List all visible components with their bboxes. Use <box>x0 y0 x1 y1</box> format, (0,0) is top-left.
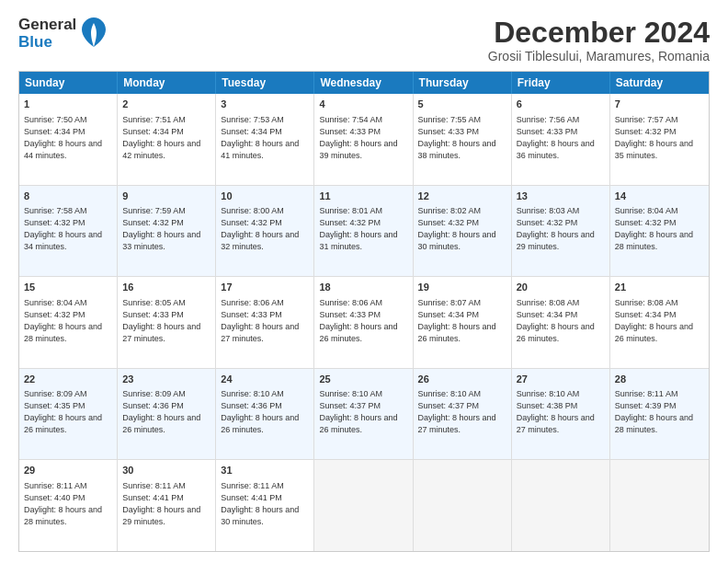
day-number-24: 24 <box>221 373 309 386</box>
day-info-21: Sunrise: 8:08 AMSunset: 4:34 PMDaylight:… <box>615 297 704 345</box>
day-number-8: 8 <box>24 190 112 203</box>
cal-cell-7: 7Sunrise: 7:57 AMSunset: 4:32 PMDaylight… <box>610 94 709 185</box>
logo-blue-text: Blue <box>18 34 76 52</box>
cal-cell-10: 10Sunrise: 8:00 AMSunset: 4:32 PMDayligh… <box>216 186 314 277</box>
header-sunday: Sunday <box>19 72 118 94</box>
day-info-13: Sunrise: 8:03 AMSunset: 4:32 PMDaylight:… <box>517 205 605 253</box>
cal-row-3: 15Sunrise: 8:04 AMSunset: 4:32 PMDayligh… <box>19 276 709 368</box>
cal-cell-18: 18Sunrise: 8:06 AMSunset: 4:33 PMDayligh… <box>314 277 413 368</box>
cal-cell-20: 20Sunrise: 8:08 AMSunset: 4:34 PMDayligh… <box>512 277 610 368</box>
day-info-22: Sunrise: 8:09 AMSunset: 4:35 PMDaylight:… <box>24 388 112 436</box>
cal-cell-16: 16Sunrise: 8:05 AMSunset: 4:33 PMDayligh… <box>118 277 216 368</box>
day-info-16: Sunrise: 8:05 AMSunset: 4:33 PMDaylight:… <box>122 297 210 345</box>
day-info-8: Sunrise: 7:58 AMSunset: 4:32 PMDaylight:… <box>24 205 112 253</box>
cal-cell-29: 29Sunrise: 8:11 AMSunset: 4:40 PMDayligh… <box>19 460 118 551</box>
day-info-17: Sunrise: 8:06 AMSunset: 4:33 PMDaylight:… <box>221 297 309 345</box>
day-info-30: Sunrise: 8:11 AMSunset: 4:41 PMDaylight:… <box>122 480 210 528</box>
day-number-25: 25 <box>319 373 407 386</box>
day-number-20: 20 <box>517 281 605 294</box>
cal-cell-4: 4Sunrise: 7:54 AMSunset: 4:33 PMDaylight… <box>314 94 413 185</box>
cal-cell-31: 31Sunrise: 8:11 AMSunset: 4:41 PMDayligh… <box>216 460 314 551</box>
header-friday: Friday <box>512 72 610 94</box>
cal-cell-17: 17Sunrise: 8:06 AMSunset: 4:33 PMDayligh… <box>216 277 314 368</box>
day-info-10: Sunrise: 8:00 AMSunset: 4:32 PMDaylight:… <box>221 205 309 253</box>
cal-cell-21: 21Sunrise: 8:08 AMSunset: 4:34 PMDayligh… <box>610 277 709 368</box>
day-info-23: Sunrise: 8:09 AMSunset: 4:36 PMDaylight:… <box>122 388 210 436</box>
cal-cell-6: 6Sunrise: 7:56 AMSunset: 4:33 PMDaylight… <box>512 94 610 185</box>
day-info-4: Sunrise: 7:54 AMSunset: 4:33 PMDaylight:… <box>319 114 407 162</box>
logo-bird-icon <box>80 17 108 52</box>
day-number-11: 11 <box>319 190 407 203</box>
day-info-2: Sunrise: 7:51 AMSunset: 4:34 PMDaylight:… <box>122 114 210 162</box>
day-info-28: Sunrise: 8:11 AMSunset: 4:39 PMDaylight:… <box>615 388 704 436</box>
cal-cell-19: 19Sunrise: 8:07 AMSunset: 4:34 PMDayligh… <box>414 277 512 368</box>
day-info-18: Sunrise: 8:06 AMSunset: 4:33 PMDaylight:… <box>319 297 407 345</box>
day-info-1: Sunrise: 7:50 AMSunset: 4:34 PMDaylight:… <box>24 114 112 162</box>
cal-cell-15: 15Sunrise: 8:04 AMSunset: 4:32 PMDayligh… <box>19 277 118 368</box>
day-info-9: Sunrise: 7:59 AMSunset: 4:32 PMDaylight:… <box>122 205 210 253</box>
day-info-27: Sunrise: 8:10 AMSunset: 4:38 PMDaylight:… <box>517 388 605 436</box>
cal-cell-26: 26Sunrise: 8:10 AMSunset: 4:37 PMDayligh… <box>414 369 512 460</box>
day-number-19: 19 <box>418 281 506 294</box>
cal-cell-8: 8Sunrise: 7:58 AMSunset: 4:32 PMDaylight… <box>19 186 118 277</box>
day-info-14: Sunrise: 8:04 AMSunset: 4:32 PMDaylight:… <box>615 205 704 253</box>
calendar: Sunday Monday Tuesday Wednesday Thursday… <box>18 71 710 552</box>
cal-cell-12: 12Sunrise: 8:02 AMSunset: 4:32 PMDayligh… <box>414 186 512 277</box>
day-info-7: Sunrise: 7:57 AMSunset: 4:32 PMDaylight:… <box>615 114 704 162</box>
page-subtitle: Grosii Tiblesului, Maramures, Romania <box>488 49 710 63</box>
day-number-27: 27 <box>517 373 605 386</box>
day-number-1: 1 <box>24 98 112 111</box>
cal-cell-1: 1Sunrise: 7:50 AMSunset: 4:34 PMDaylight… <box>19 94 118 185</box>
cal-row-5: 29Sunrise: 8:11 AMSunset: 4:40 PMDayligh… <box>19 459 709 551</box>
cal-row-1: 1Sunrise: 7:50 AMSunset: 4:34 PMDaylight… <box>19 94 709 185</box>
day-number-7: 7 <box>615 98 704 111</box>
header: General Blue December 2024 Grosii Tibles… <box>18 17 710 63</box>
cal-cell-empty-4-6 <box>610 460 709 551</box>
day-number-2: 2 <box>122 98 210 111</box>
day-number-28: 28 <box>615 373 704 386</box>
day-number-23: 23 <box>122 373 210 386</box>
day-number-4: 4 <box>319 98 407 111</box>
header-wednesday: Wednesday <box>314 72 413 94</box>
day-number-3: 3 <box>221 98 309 111</box>
day-info-3: Sunrise: 7:53 AMSunset: 4:34 PMDaylight:… <box>221 114 309 162</box>
day-info-19: Sunrise: 8:07 AMSunset: 4:34 PMDaylight:… <box>418 297 506 345</box>
day-info-12: Sunrise: 8:02 AMSunset: 4:32 PMDaylight:… <box>418 205 506 253</box>
header-thursday: Thursday <box>414 72 512 94</box>
day-number-15: 15 <box>24 281 112 294</box>
day-info-11: Sunrise: 8:01 AMSunset: 4:32 PMDaylight:… <box>319 205 407 253</box>
day-number-31: 31 <box>221 464 309 477</box>
logo-general: General <box>18 17 76 34</box>
cal-cell-30: 30Sunrise: 8:11 AMSunset: 4:41 PMDayligh… <box>118 460 216 551</box>
day-number-22: 22 <box>24 373 112 386</box>
cal-cell-13: 13Sunrise: 8:03 AMSunset: 4:32 PMDayligh… <box>512 186 610 277</box>
page-title: December 2024 <box>488 17 710 49</box>
cal-cell-11: 11Sunrise: 8:01 AMSunset: 4:32 PMDayligh… <box>314 186 413 277</box>
logo: General Blue <box>18 17 108 52</box>
day-info-25: Sunrise: 8:10 AMSunset: 4:37 PMDaylight:… <box>319 388 407 436</box>
cal-cell-22: 22Sunrise: 8:09 AMSunset: 4:35 PMDayligh… <box>19 369 118 460</box>
cal-cell-23: 23Sunrise: 8:09 AMSunset: 4:36 PMDayligh… <box>118 369 216 460</box>
day-number-12: 12 <box>418 190 506 203</box>
cal-cell-9: 9Sunrise: 7:59 AMSunset: 4:32 PMDaylight… <box>118 186 216 277</box>
day-number-26: 26 <box>418 373 506 386</box>
day-number-16: 16 <box>122 281 210 294</box>
day-number-14: 14 <box>615 190 704 203</box>
cal-cell-14: 14Sunrise: 8:04 AMSunset: 4:32 PMDayligh… <box>610 186 709 277</box>
cal-cell-3: 3Sunrise: 7:53 AMSunset: 4:34 PMDaylight… <box>216 94 314 185</box>
day-info-24: Sunrise: 8:10 AMSunset: 4:36 PMDaylight:… <box>221 388 309 436</box>
day-info-15: Sunrise: 8:04 AMSunset: 4:32 PMDaylight:… <box>24 297 112 345</box>
header-tuesday: Tuesday <box>216 72 314 94</box>
cal-cell-25: 25Sunrise: 8:10 AMSunset: 4:37 PMDayligh… <box>314 369 413 460</box>
title-block: December 2024 Grosii Tiblesului, Maramur… <box>488 17 710 63</box>
day-info-20: Sunrise: 8:08 AMSunset: 4:34 PMDaylight:… <box>517 297 605 345</box>
day-number-6: 6 <box>517 98 605 111</box>
cal-cell-2: 2Sunrise: 7:51 AMSunset: 4:34 PMDaylight… <box>118 94 216 185</box>
page: General Blue December 2024 Grosii Tibles… <box>0 0 728 563</box>
day-info-6: Sunrise: 7:56 AMSunset: 4:33 PMDaylight:… <box>517 114 605 162</box>
header-monday: Monday <box>118 72 216 94</box>
calendar-body: 1Sunrise: 7:50 AMSunset: 4:34 PMDaylight… <box>19 94 709 551</box>
cal-cell-24: 24Sunrise: 8:10 AMSunset: 4:36 PMDayligh… <box>216 369 314 460</box>
day-info-29: Sunrise: 8:11 AMSunset: 4:40 PMDaylight:… <box>24 480 112 528</box>
day-info-31: Sunrise: 8:11 AMSunset: 4:41 PMDaylight:… <box>221 480 309 528</box>
